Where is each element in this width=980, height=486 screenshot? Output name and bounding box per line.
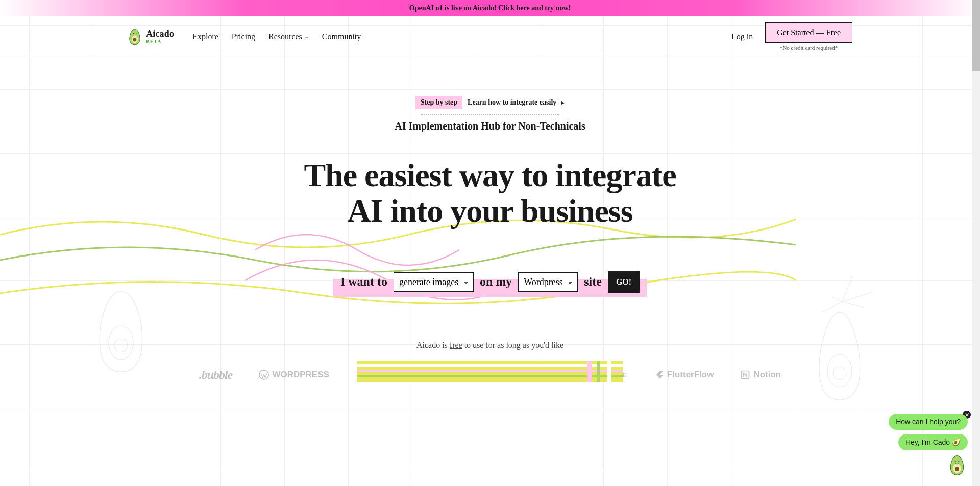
svg-point-21 [955, 467, 959, 471]
chat-bubble-2[interactable]: Hey, I'm Cado 🥑 [898, 434, 968, 450]
svg-rect-14 [357, 364, 623, 367]
logo-bubble: .bubble [199, 368, 233, 382]
builder-middle: on my [480, 275, 512, 289]
step-badge: Step by step [415, 96, 462, 109]
hero-title: The easiest way to integrate AI into you… [260, 158, 720, 229]
chat-avatar-icon[interactable] [946, 454, 968, 476]
action-select[interactable]: generate images [394, 272, 474, 292]
scrollbar-thumb[interactable] [972, 0, 980, 71]
dotted-divider [421, 114, 559, 115]
login-link[interactable]: Log in [731, 32, 753, 41]
svg-rect-17 [587, 361, 592, 382]
notion-icon [740, 370, 750, 380]
hero-title-line2: AI into your business [347, 193, 632, 229]
free-tagline: Aicado is free to use for as long as you… [0, 341, 980, 350]
step-text: Learn how to integrate easily [468, 98, 556, 107]
integration-builder: I want to generate images on my Wordpres… [333, 267, 647, 297]
cta-note: *No credit card required* [780, 45, 838, 51]
bottom-decoration [357, 361, 623, 382]
wordpress-icon [259, 370, 269, 380]
brand-name: Aicado [146, 29, 174, 38]
free-word: free [450, 341, 462, 349]
avocado-plant-sketch-right [791, 271, 883, 404]
scrollbar[interactable] [972, 0, 980, 486]
brand-beta-tag: BETA [146, 39, 174, 44]
avocado-sketch-left [93, 287, 149, 376]
svg-rect-18 [597, 361, 600, 382]
logo-notion: Notion [740, 370, 781, 380]
svg-point-23 [958, 461, 959, 462]
nav-resources[interactable]: Resources ⌄ [268, 32, 309, 41]
go-button[interactable]: GO! [608, 271, 640, 293]
chat-widget: ✕ How can I help you? Hey, I'm Cado 🥑 [889, 414, 968, 476]
nav-resources-label: Resources [268, 32, 302, 41]
logo-wordpress: WORDPRESS [259, 370, 329, 380]
nav-explore[interactable]: Explore [192, 32, 218, 41]
hero-subtitle: AI Implementation Hub for Non-Technicals [0, 120, 980, 132]
svg-point-3 [136, 33, 137, 34]
arrow-right-icon: ▸ [561, 99, 565, 107]
builder-prefix: I want to [340, 275, 387, 289]
main-nav: Explore Pricing Resources ⌄ Community [192, 32, 361, 41]
flutterflow-icon [654, 370, 664, 380]
svg-point-2 [133, 33, 134, 34]
chevron-down-icon: ⌄ [304, 33, 309, 40]
announcement-text: OpenAI o1 is live on Aicado! Click here … [409, 4, 571, 12]
svg-point-22 [955, 461, 956, 462]
nav-community[interactable]: Community [322, 32, 361, 41]
svg-rect-19 [607, 361, 611, 382]
svg-point-1 [133, 38, 137, 41]
nav-pricing[interactable]: Pricing [232, 32, 255, 41]
platform-select[interactable]: Wordpress [518, 272, 578, 292]
logo-flutterflow: FlutterFlow [654, 370, 714, 380]
builder-suffix: site [584, 275, 602, 289]
step-by-step-link[interactable]: Step by step Learn how to integrate easi… [415, 96, 565, 109]
chat-bubble-1[interactable]: How can I help you? [889, 414, 968, 430]
get-started-button[interactable]: Get Started — Free [765, 22, 852, 43]
hero-section: Step by step Learn how to integrate easi… [0, 57, 980, 382]
svg-rect-15 [357, 370, 623, 372]
svg-rect-16 [357, 375, 623, 377]
avocado-logo-icon [128, 28, 142, 45]
logo[interactable]: Aicado BETA [128, 28, 174, 45]
announcement-bar[interactable]: OpenAI o1 is live on Aicado! Click here … [0, 0, 980, 16]
hero-title-line1: The easiest way to integrate [304, 157, 676, 193]
site-header: Aicado BETA Explore Pricing Resources ⌄ … [0, 16, 980, 57]
